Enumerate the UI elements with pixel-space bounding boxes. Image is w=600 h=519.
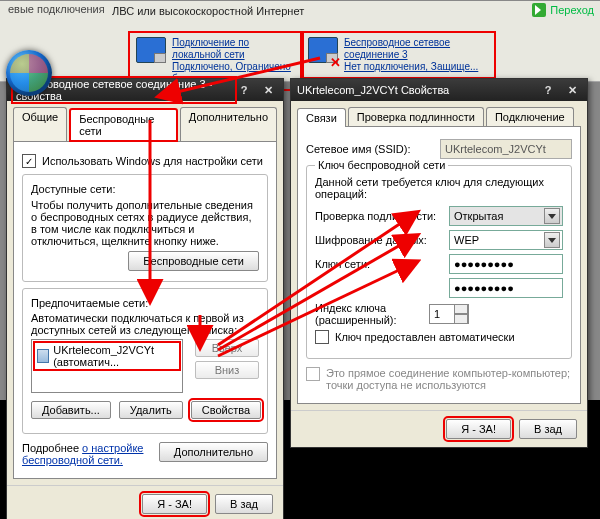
add-button[interactable]: Добавить... bbox=[31, 401, 111, 419]
auto-key-row[interactable]: Ключ предоставлен автоматически bbox=[315, 330, 563, 344]
ssid-label: Сетевое имя (SSID): bbox=[306, 143, 434, 155]
wireless-key-group: Ключ беспроводной сети Данной сети требу… bbox=[306, 165, 572, 359]
key-group-header: Ключ беспроводной сети bbox=[315, 159, 448, 171]
network-props-window: UKrtelecom_J2VCYt Свойства ? ✕ Связи Про… bbox=[290, 78, 588, 448]
close-icon[interactable]: ✕ bbox=[259, 83, 277, 97]
adhoc-checkbox bbox=[306, 367, 320, 381]
avail-header: Доступные сети: bbox=[31, 183, 259, 195]
preferred-list[interactable]: UKrtelecom_J2VCYt (автоматич... bbox=[31, 339, 183, 393]
conn-wifi-line2: соединение 3 bbox=[344, 49, 478, 61]
tab-wireless[interactable]: Беспроводные сети bbox=[69, 108, 178, 142]
preferred-networks-group: Предпочитаемые сети: Автоматически подкл… bbox=[22, 288, 268, 434]
help-icon[interactable]: ? bbox=[235, 83, 253, 97]
conn-wifi-line1: Беспроводное сетевое bbox=[344, 37, 478, 49]
nic-icon bbox=[136, 37, 166, 63]
close-icon[interactable]: ✕ bbox=[563, 83, 581, 97]
properties-button[interactable]: Свойства bbox=[191, 401, 261, 419]
key-confirm-field[interactable]: ●●●●●●●●● bbox=[449, 278, 563, 298]
ssid-field: UKrtelecom_J2VCYt bbox=[440, 139, 572, 159]
chevron-down-icon bbox=[544, 232, 560, 248]
adhoc-label: Это прямое соединение компьютер-компьюте… bbox=[326, 367, 572, 391]
auth-select[interactable]: Открытая bbox=[449, 206, 563, 226]
use-windows-label: Использовать Windows для настройки сети bbox=[42, 155, 263, 167]
avail-text: Чтобы получить дополнительные сведения о… bbox=[31, 199, 259, 247]
win2-footer: Я - ЗА! В зад bbox=[291, 410, 587, 447]
help-icon[interactable]: ? bbox=[539, 83, 557, 97]
remove-button[interactable]: Удалить bbox=[119, 401, 183, 419]
tab-association[interactable]: Связи bbox=[297, 108, 346, 127]
available-networks-group: Доступные сети: Чтобы получить дополните… bbox=[22, 174, 268, 282]
pref-header: Предпочитаемые сети: bbox=[31, 297, 259, 309]
section-header: ЛВС или высокоскоростной Интернет bbox=[112, 5, 304, 17]
explorer-bar: евые подключения ЛВС или высокоскоростно… bbox=[0, 0, 600, 82]
enc-select[interactable]: WEP bbox=[449, 230, 563, 250]
advanced-button[interactable]: Дополнительно bbox=[159, 442, 268, 462]
pref-text: Автоматически подключаться к первой из д… bbox=[31, 312, 259, 336]
use-windows-checkbox[interactable]: ✓ bbox=[22, 154, 36, 168]
win2-titlebar[interactable]: UKrtelecom_J2VCYt Свойства ? ✕ bbox=[291, 79, 587, 101]
conn-lan-line1: Подключение по локальной сети bbox=[172, 37, 296, 61]
enc-label: Шифрование данных: bbox=[315, 234, 443, 246]
use-windows-row[interactable]: ✓ Использовать Windows для настройки сет… bbox=[22, 154, 268, 168]
folder-tab: евые подключения bbox=[0, 1, 113, 17]
win1-footer: Я - ЗА! В зад bbox=[7, 485, 283, 519]
go-button[interactable]: Переход bbox=[532, 3, 594, 17]
chevron-down-icon bbox=[544, 208, 560, 224]
auth-value: Открытая bbox=[454, 210, 503, 222]
go-label: Переход bbox=[550, 4, 594, 16]
tab-connection[interactable]: Подключение bbox=[486, 107, 574, 126]
key-label: Ключ сети: bbox=[315, 258, 443, 270]
connection-wifi[interactable]: ✕ Беспроводное сетевое соединение 3 Нет … bbox=[300, 31, 496, 79]
key-index-label: Индекс ключа (расширенный): bbox=[315, 302, 423, 326]
wifi-adapter-props-window: Беспроводное сетевое соединение 3 - свой… bbox=[6, 78, 284, 519]
auto-key-label: Ключ предоставлен автоматически bbox=[335, 331, 515, 343]
win2-ok-button[interactable]: Я - ЗА! bbox=[446, 419, 511, 439]
network-item-icon bbox=[37, 349, 49, 363]
key-index-spinner[interactable]: 1 bbox=[429, 304, 469, 324]
start-orb-icon[interactable] bbox=[6, 50, 52, 96]
go-arrow-icon bbox=[532, 3, 546, 17]
win1-pane: ✓ Использовать Windows для настройки сет… bbox=[13, 141, 277, 479]
key-field[interactable]: ●●●●●●●●● bbox=[449, 254, 563, 274]
key-text: Данной сети требуется ключ для следующих… bbox=[315, 176, 563, 200]
win1-tabs: Общие Беспроводные сети Дополнительно bbox=[7, 101, 283, 141]
preferred-item-label: UKrtelecom_J2VCYt (автоматич... bbox=[53, 344, 177, 368]
move-up-button[interactable]: Вверх bbox=[195, 339, 259, 357]
win2-title: UKrtelecom_J2VCYt Свойства bbox=[297, 84, 449, 96]
win2-pane: Сетевое имя (SSID): UKrtelecom_J2VCYt Кл… bbox=[297, 126, 581, 404]
disconnected-x-icon: ✕ bbox=[330, 55, 341, 70]
spinner-arrows-icon[interactable] bbox=[454, 304, 468, 324]
win2-cancel-button[interactable]: В зад bbox=[519, 419, 577, 439]
key-index-value: 1 bbox=[434, 308, 440, 320]
win2-tabs: Связи Проверка подлинности Подключение bbox=[291, 101, 587, 126]
enc-value: WEP bbox=[454, 234, 479, 246]
tab-auth[interactable]: Проверка подлинности bbox=[348, 107, 484, 126]
move-down-button[interactable]: Вниз bbox=[195, 361, 259, 379]
auth-label: Проверка подлинности: bbox=[315, 210, 443, 222]
tab-general[interactable]: Общие bbox=[13, 107, 67, 141]
win1-ok-button[interactable]: Я - ЗА! bbox=[142, 494, 207, 514]
tab-advanced[interactable]: Дополнительно bbox=[180, 107, 277, 141]
more-label: Подробнее bbox=[22, 442, 79, 454]
win1-cancel-button[interactable]: В зад bbox=[215, 494, 273, 514]
conn-wifi-line3: Нет подключения, Защище... bbox=[344, 61, 478, 73]
adhoc-row: Это прямое соединение компьютер-компьюте… bbox=[306, 367, 572, 391]
auto-key-checkbox[interactable] bbox=[315, 330, 329, 344]
show-networks-button[interactable]: Беспроводные сети bbox=[128, 251, 259, 271]
preferred-item[interactable]: UKrtelecom_J2VCYt (автоматич... bbox=[35, 343, 179, 369]
